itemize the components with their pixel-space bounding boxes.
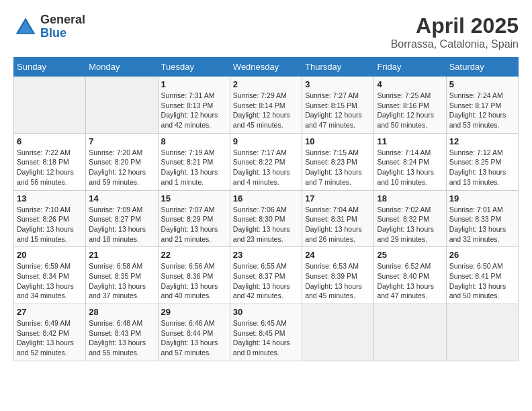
location: Borrassa, Catalonia, Spain: [391, 38, 519, 50]
day-info: Sunrise: 7:22 AM Sunset: 8:18 PM Dayligh…: [17, 148, 83, 187]
calendar-cell: 23Sunrise: 6:55 AM Sunset: 8:37 PM Dayli…: [230, 247, 302, 304]
calendar-cell: 20Sunrise: 6:59 AM Sunset: 8:34 PM Dayli…: [14, 247, 86, 304]
day-info: Sunrise: 7:19 AM Sunset: 8:21 PM Dayligh…: [161, 148, 227, 187]
weekday-header-wednesday: Wednesday: [230, 58, 302, 77]
day-info: Sunrise: 6:48 AM Sunset: 8:43 PM Dayligh…: [89, 318, 154, 358]
day-number: 22: [161, 250, 227, 260]
calendar-cell: 28Sunrise: 6:48 AM Sunset: 8:43 PM Dayli…: [86, 304, 158, 361]
logo: General Blue: [13, 13, 85, 40]
day-number: 12: [449, 136, 515, 146]
day-number: 28: [89, 307, 154, 317]
day-number: 9: [233, 136, 299, 146]
day-info: Sunrise: 7:29 AM Sunset: 8:14 PM Dayligh…: [233, 91, 299, 130]
calendar-cell: 27Sunrise: 6:49 AM Sunset: 8:42 PM Dayli…: [14, 304, 86, 361]
day-number: 25: [377, 250, 443, 260]
calendar-header-row: SundayMondayTuesdayWednesdayThursdayFrid…: [14, 58, 519, 77]
day-info: Sunrise: 7:20 AM Sunset: 8:20 PM Dayligh…: [89, 148, 154, 187]
calendar-cell: 18Sunrise: 7:02 AM Sunset: 8:32 PM Dayli…: [374, 190, 446, 247]
calendar-cell: 16Sunrise: 7:06 AM Sunset: 8:30 PM Dayli…: [230, 190, 302, 247]
weekday-header-thursday: Thursday: [302, 58, 374, 77]
calendar-cell: 8Sunrise: 7:19 AM Sunset: 8:21 PM Daylig…: [158, 133, 230, 190]
calendar-cell: 13Sunrise: 7:10 AM Sunset: 8:26 PM Dayli…: [14, 190, 86, 247]
day-info: Sunrise: 6:49 AM Sunset: 8:42 PM Dayligh…: [17, 318, 83, 358]
day-info: Sunrise: 7:01 AM Sunset: 8:33 PM Dayligh…: [449, 205, 515, 244]
calendar-cell: 24Sunrise: 6:53 AM Sunset: 8:39 PM Dayli…: [302, 247, 374, 304]
calendar-cell: 9Sunrise: 7:17 AM Sunset: 8:22 PM Daylig…: [230, 133, 302, 190]
day-info: Sunrise: 6:56 AM Sunset: 8:36 PM Dayligh…: [161, 261, 227, 301]
day-number: 7: [89, 136, 154, 146]
day-info: Sunrise: 6:55 AM Sunset: 8:37 PM Dayligh…: [233, 261, 299, 301]
day-number: 4: [377, 79, 443, 89]
page-header: General Blue April 2025 Borrassa, Catalo…: [13, 13, 519, 50]
calendar-cell: 5Sunrise: 7:24 AM Sunset: 8:17 PM Daylig…: [446, 77, 518, 134]
calendar-cell: 19Sunrise: 7:01 AM Sunset: 8:33 PM Dayli…: [446, 190, 518, 247]
calendar-cell: 2Sunrise: 7:29 AM Sunset: 8:14 PM Daylig…: [230, 77, 302, 134]
day-number: 23: [233, 250, 299, 260]
day-info: Sunrise: 7:10 AM Sunset: 8:26 PM Dayligh…: [17, 205, 83, 244]
day-info: Sunrise: 6:58 AM Sunset: 8:35 PM Dayligh…: [89, 261, 154, 301]
day-number: 24: [305, 250, 371, 260]
calendar-cell: 4Sunrise: 7:25 AM Sunset: 8:16 PM Daylig…: [374, 77, 446, 134]
calendar-cell: [374, 304, 446, 361]
calendar-cell: 29Sunrise: 6:46 AM Sunset: 8:44 PM Dayli…: [158, 304, 230, 361]
logo-text: General Blue: [40, 13, 85, 40]
logo-blue: Blue: [40, 27, 85, 40]
calendar-cell: 15Sunrise: 7:07 AM Sunset: 8:29 PM Dayli…: [158, 190, 230, 247]
day-info: Sunrise: 6:53 AM Sunset: 8:39 PM Dayligh…: [305, 261, 371, 301]
calendar-cell: 14Sunrise: 7:09 AM Sunset: 8:27 PM Dayli…: [86, 190, 158, 247]
day-info: Sunrise: 7:24 AM Sunset: 8:17 PM Dayligh…: [449, 91, 515, 130]
day-number: 19: [449, 193, 515, 203]
day-number: 16: [233, 193, 299, 203]
day-info: Sunrise: 7:31 AM Sunset: 8:13 PM Dayligh…: [161, 91, 227, 130]
calendar-cell: 1Sunrise: 7:31 AM Sunset: 8:13 PM Daylig…: [158, 77, 230, 134]
calendar-cell: 30Sunrise: 6:45 AM Sunset: 8:45 PM Dayli…: [230, 304, 302, 361]
calendar-cell: 21Sunrise: 6:58 AM Sunset: 8:35 PM Dayli…: [86, 247, 158, 304]
day-number: 3: [305, 79, 371, 89]
day-number: 1: [161, 79, 227, 89]
calendar-table: SundayMondayTuesdayWednesdayThursdayFrid…: [13, 57, 519, 361]
day-number: 5: [449, 79, 515, 89]
day-info: Sunrise: 7:06 AM Sunset: 8:30 PM Dayligh…: [233, 205, 299, 244]
day-number: 26: [449, 250, 515, 260]
day-number: 15: [161, 193, 227, 203]
weekday-header-sunday: Sunday: [14, 58, 86, 77]
day-info: Sunrise: 7:17 AM Sunset: 8:22 PM Dayligh…: [233, 148, 299, 187]
calendar-cell: 17Sunrise: 7:04 AM Sunset: 8:31 PM Dayli…: [302, 190, 374, 247]
day-number: 10: [305, 136, 371, 146]
calendar-cell: [302, 304, 374, 361]
weekday-header-friday: Friday: [374, 58, 446, 77]
day-info: Sunrise: 6:45 AM Sunset: 8:45 PM Dayligh…: [233, 318, 299, 358]
logo-icon: [13, 15, 38, 39]
calendar-cell: 3Sunrise: 7:27 AM Sunset: 8:15 PM Daylig…: [302, 77, 374, 134]
day-info: Sunrise: 6:52 AM Sunset: 8:40 PM Dayligh…: [377, 261, 443, 301]
day-number: 30: [233, 307, 299, 317]
calendar-cell: 25Sunrise: 6:52 AM Sunset: 8:40 PM Dayli…: [374, 247, 446, 304]
calendar-cell: [86, 77, 158, 134]
day-info: Sunrise: 6:46 AM Sunset: 8:44 PM Dayligh…: [161, 318, 227, 358]
calendar-week-3: 13Sunrise: 7:10 AM Sunset: 8:26 PM Dayli…: [14, 190, 519, 247]
day-info: Sunrise: 6:50 AM Sunset: 8:41 PM Dayligh…: [449, 261, 515, 301]
title-block: April 2025 Borrassa, Catalonia, Spain: [391, 13, 519, 50]
day-info: Sunrise: 6:59 AM Sunset: 8:34 PM Dayligh…: [17, 261, 83, 301]
calendar-cell: 12Sunrise: 7:12 AM Sunset: 8:25 PM Dayli…: [446, 133, 518, 190]
calendar-cell: 10Sunrise: 7:15 AM Sunset: 8:23 PM Dayli…: [302, 133, 374, 190]
calendar-cell: 26Sunrise: 6:50 AM Sunset: 8:41 PM Dayli…: [446, 247, 518, 304]
day-info: Sunrise: 7:02 AM Sunset: 8:32 PM Dayligh…: [377, 205, 443, 244]
calendar-week-5: 27Sunrise: 6:49 AM Sunset: 8:42 PM Dayli…: [14, 304, 519, 361]
day-number: 18: [377, 193, 443, 203]
day-number: 2: [233, 79, 299, 89]
day-number: 29: [161, 307, 227, 317]
day-number: 27: [17, 307, 83, 317]
day-number: 8: [161, 136, 227, 146]
calendar-cell: [14, 77, 86, 134]
calendar-week-1: 1Sunrise: 7:31 AM Sunset: 8:13 PM Daylig…: [14, 77, 519, 134]
day-number: 21: [89, 250, 154, 260]
month-title: April 2025: [391, 13, 519, 38]
day-number: 14: [89, 193, 154, 203]
day-info: Sunrise: 7:27 AM Sunset: 8:15 PM Dayligh…: [305, 91, 371, 130]
logo-general: General: [40, 13, 85, 27]
day-info: Sunrise: 7:12 AM Sunset: 8:25 PM Dayligh…: [449, 148, 515, 187]
day-info: Sunrise: 7:04 AM Sunset: 8:31 PM Dayligh…: [305, 205, 371, 244]
weekday-header-saturday: Saturday: [446, 58, 518, 77]
day-info: Sunrise: 7:15 AM Sunset: 8:23 PM Dayligh…: [305, 148, 371, 187]
